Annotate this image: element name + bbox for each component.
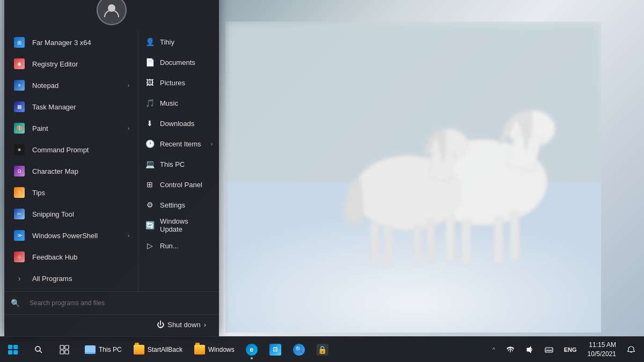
powershell-arrow: › [128, 233, 129, 239]
startallback-folder-icon [134, 345, 144, 354]
taskbar-windows-folder[interactable]: Windows [189, 338, 240, 361]
desktop-wallpaper [225, 21, 601, 333]
shutdown-icon: ⏻ [157, 320, 164, 329]
powershell-label: Windows PowerShell [32, 232, 98, 240]
svg-rect-6 [462, 220, 471, 265]
start-user-section [4, 0, 219, 29]
music-label: Music [160, 99, 178, 107]
taskbar: This PC StartAllBack Windows e ⊡ 🔍 🔒 [0, 336, 644, 362]
menu-item-all-programs[interactable]: › All Programs [4, 268, 138, 289]
start-button[interactable] [0, 337, 26, 363]
tray-network-icon[interactable] [502, 338, 519, 361]
notepad-label: Notepad [32, 82, 58, 90]
menu-item-command-prompt[interactable]: ■ Command Prompt [4, 139, 138, 160]
language-label: ENG [564, 346, 577, 353]
powershell-icon: ≫ [13, 229, 26, 242]
all-programs-label: All Programs [32, 275, 72, 283]
svg-point-17 [35, 346, 40, 351]
startallback-taskbar-label: StartAllBack [148, 346, 182, 353]
taskbar-security[interactable]: 🔒 [311, 338, 334, 361]
menu-item-task-manager[interactable]: ▦ Task Manager [4, 96, 138, 117]
tihiy-icon: 👤 [145, 37, 155, 47]
start-search-bar: 🔍 [4, 291, 219, 314]
tray-volume[interactable] [521, 338, 538, 361]
settings-icon: ⚙ [145, 200, 155, 210]
notepad-arrow: › [128, 83, 129, 88]
recent-items-label: Recent Items [160, 140, 201, 148]
tray-keyboard[interactable] [540, 338, 558, 361]
user-avatar[interactable] [97, 0, 127, 25]
taskbar-pinned-apps: This PC StartAllBack Windows [79, 338, 240, 361]
search-input[interactable] [24, 296, 213, 310]
menu-item-feedback-hub[interactable]: ☺ Feedback Hub [4, 246, 138, 268]
svg-line-18 [40, 351, 42, 353]
tray-overflow[interactable]: ^ [488, 338, 500, 361]
task-manager-label: Task Manager [32, 103, 76, 111]
tips-icon: ? [13, 186, 26, 199]
command-prompt-label: Command Prompt [32, 146, 89, 154]
windows-logo-icon [8, 345, 18, 354]
right-item-windows-update[interactable]: 🔄 Windows Update [138, 215, 219, 235]
task-view-button[interactable] [52, 337, 77, 363]
taskbar-edge[interactable]: e [240, 338, 264, 361]
menu-item-paint[interactable]: 🎨 Paint › [4, 117, 138, 139]
taskbar-search-button[interactable] [26, 337, 52, 363]
menu-item-powershell[interactable]: ≫ Windows PowerShell › [4, 225, 138, 246]
settings-label: Settings [160, 201, 185, 209]
taskbar-this-pc[interactable]: This PC [79, 338, 127, 361]
tihiy-label: Tihiy [160, 38, 174, 46]
windows-folder-taskbar-label: Windows [208, 346, 235, 353]
task-view-icon [60, 345, 69, 354]
start-left-panel: ⊞ Far Manager 3 x64 ◉ Registry Editor ≡ … [4, 29, 138, 291]
right-item-run[interactable]: ▷ Run... [138, 235, 219, 256]
pictures-icon: 🖼 [145, 78, 155, 87]
clock-date: 10/5/2021 [588, 350, 616, 359]
menu-item-snipping-tool[interactable]: ✂ Snipping Tool [4, 203, 138, 225]
music-icon: 🎵 [145, 98, 155, 108]
right-item-recent-items[interactable]: 🕐 Recent Items › [138, 134, 219, 154]
taskbar-notification-button[interactable] [623, 338, 640, 361]
menu-item-far-manager[interactable]: ⊞ Far Manager 3 x64 [4, 32, 138, 53]
windows-folder-icon [194, 345, 205, 354]
svg-rect-7 [494, 217, 503, 264]
network-icon [506, 345, 515, 354]
taskbar-search2[interactable]: 🔍 [287, 338, 311, 361]
menu-item-tips[interactable]: ? Tips [4, 182, 138, 203]
right-item-tihiy[interactable]: 👤 Tihiy [138, 32, 219, 52]
right-item-settings[interactable]: ⚙ Settings [138, 195, 219, 215]
command-prompt-icon: ■ [13, 143, 26, 156]
far-manager-icon: ⊞ [13, 36, 26, 49]
tray-language[interactable]: ENG [560, 338, 581, 361]
right-item-music[interactable]: 🎵 Music [138, 93, 219, 113]
snipping-tool-icon: ✂ [13, 208, 26, 220]
this-pc-taskbar-label: This PC [99, 346, 122, 353]
right-item-control-panel[interactable]: ⊞ Control Panel [138, 174, 219, 195]
menu-item-registry-editor[interactable]: ◉ Registry Editor [4, 53, 138, 75]
svg-rect-20 [65, 345, 69, 349]
all-programs-icon: › [13, 272, 26, 285]
recent-items-arrow: › [211, 141, 213, 147]
right-item-pictures[interactable]: 🖼 Pictures [138, 72, 219, 93]
windows-update-label: Windows Update [160, 217, 213, 233]
volume-icon [525, 345, 534, 354]
right-item-this-pc[interactable]: 💻 This PC [138, 154, 219, 174]
tips-label: Tips [32, 189, 45, 197]
shutdown-label: Shut down [167, 321, 200, 329]
shutdown-button[interactable]: ⏻ Shut down › [150, 317, 213, 332]
start-menu: ⊞ Far Manager 3 x64 ◉ Registry Editor ≡ … [4, 0, 219, 336]
taskbar-system-tray: ^ ENG 11:1 [488, 338, 644, 361]
menu-item-notepad[interactable]: ≡ Notepad › [4, 75, 138, 96]
right-item-documents[interactable]: 📄 Documents [138, 52, 219, 72]
documents-label: Documents [160, 58, 195, 67]
character-map-icon: Ω [13, 165, 26, 178]
taskbar-clock[interactable]: 11:15 AM 10/5/2021 [583, 341, 620, 359]
search2-icon: 🔍 [293, 344, 305, 356]
taskbar-startallback[interactable]: StartAllBack [128, 338, 188, 361]
taskbar-store[interactable]: ⊡ [264, 338, 287, 361]
paint-icon: 🎨 [13, 122, 26, 135]
character-map-label: Character Map [32, 167, 78, 175]
right-item-downloads[interactable]: ⬇ Downloads [138, 113, 219, 134]
edge-indicator [251, 357, 253, 359]
menu-item-character-map[interactable]: Ω Character Map [4, 160, 138, 182]
search-icon [34, 345, 43, 354]
